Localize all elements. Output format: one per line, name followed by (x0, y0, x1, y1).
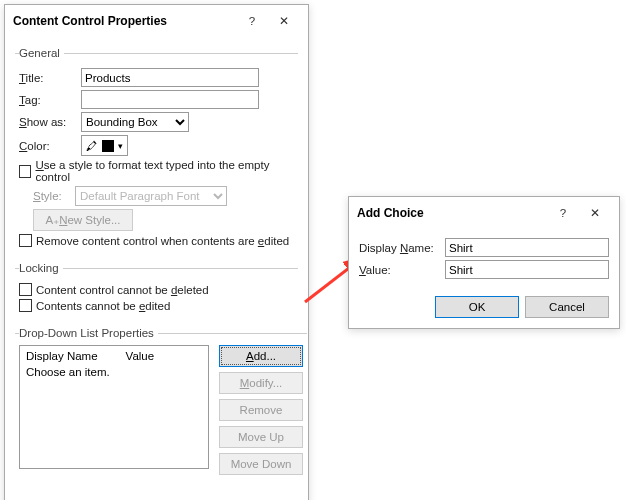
showas-label: Show as: (19, 116, 81, 128)
general-group: General Title: Tag: Show as: Bounding Bo… (15, 47, 298, 254)
color-swatch (102, 140, 114, 152)
titlebar: Content Control Properties ? ✕ (5, 5, 308, 37)
list-header-displayname: Display Name (26, 350, 98, 362)
remove-button: Remove (219, 399, 303, 421)
new-style-button: A₊ New Style... (33, 209, 133, 231)
cancel-button[interactable]: Cancel (525, 296, 609, 318)
value-input[interactable] (445, 260, 609, 279)
tag-label: Tag: (19, 94, 81, 106)
cannot-edit-checkbox[interactable] (19, 299, 32, 312)
remove-when-edited-checkbox[interactable] (19, 234, 32, 247)
general-legend: General (19, 47, 64, 59)
title-label: Title: (19, 72, 81, 84)
dialog-title: Content Control Properties (13, 14, 236, 28)
titlebar: Add Choice ? ✕ (349, 197, 619, 229)
display-name-input[interactable] (445, 238, 609, 257)
list-item[interactable]: Choose an item. (26, 366, 202, 378)
content-control-properties-dialog: Content Control Properties ? ✕ General T… (4, 4, 309, 500)
dropdown-legend: Drop-Down List Properties (19, 327, 158, 339)
move-up-button: Move Up (219, 426, 303, 448)
value-label: Value: (359, 264, 445, 276)
cannot-edit-label: Contents cannot be edited (36, 300, 170, 312)
help-icon[interactable]: ? (547, 203, 579, 223)
ok-button[interactable]: OK (435, 296, 519, 318)
showas-select[interactable]: Bounding Box (81, 112, 189, 132)
use-style-checkbox[interactable] (19, 165, 31, 178)
color-label: Color: (19, 140, 81, 152)
locking-group: Locking Content control cannot be delete… (15, 262, 298, 319)
close-icon[interactable]: ✕ (579, 203, 611, 223)
help-icon[interactable]: ? (236, 11, 268, 31)
locking-legend: Locking (19, 262, 63, 274)
modify-button: Modify... (219, 372, 303, 394)
display-name-label: Display Name: (359, 242, 445, 254)
add-button[interactable]: Add... (219, 345, 303, 367)
add-choice-dialog: Add Choice ? ✕ Display Name: Value: OK C… (348, 196, 620, 329)
color-bucket-icon: 🖍 (86, 140, 98, 152)
style-label: Style: (33, 190, 75, 202)
dropdown-list-group: Drop-Down List Properties Display Name V… (15, 327, 307, 479)
close-icon[interactable]: ✕ (268, 11, 300, 31)
cannot-delete-checkbox[interactable] (19, 283, 32, 296)
style-select: Default Paragraph Font (75, 186, 227, 206)
tag-input[interactable] (81, 90, 259, 109)
dropdown-listbox[interactable]: Display Name Value Choose an item. (19, 345, 209, 469)
use-style-label: Use a style to format text typed into th… (35, 159, 294, 183)
remove-when-edited-label: Remove content control when contents are… (36, 235, 289, 247)
cannot-delete-label: Content control cannot be deleted (36, 284, 209, 296)
chevron-down-icon: ▾ (118, 141, 123, 151)
title-input[interactable] (81, 68, 259, 87)
move-down-button: Move Down (219, 453, 303, 475)
dialog-title: Add Choice (357, 206, 547, 220)
color-picker-button[interactable]: 🖍 ▾ (81, 135, 128, 156)
list-header-value: Value (126, 350, 155, 362)
